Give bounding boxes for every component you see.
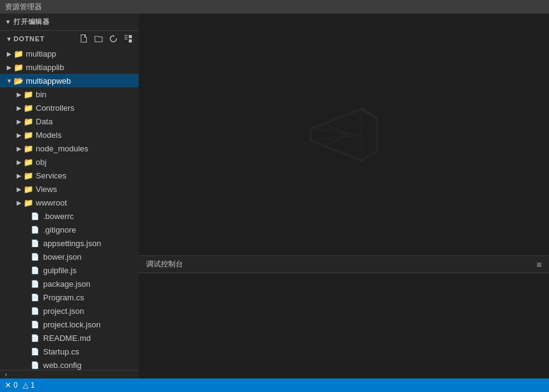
tree-item-gitignore[interactable]: ▶ 📄 .gitignore (0, 223, 139, 236)
sidebar-scroll-bottom: › (0, 370, 139, 378)
collapse-all-button[interactable] (123, 33, 134, 44)
tree-item-startup[interactable]: ▶ 📄 Startup.cs (0, 345, 139, 358)
refresh-button[interactable] (108, 33, 119, 44)
file-icon: 📄 (31, 361, 41, 369)
warning-count: 1 (31, 381, 35, 390)
tree-item-obj[interactable]: ▶ 📁 obj (0, 155, 139, 169)
caret-icon: ▶ (15, 132, 23, 138)
file-tree: ▶ 📁 multiapp ▶ 📁 multiapplib ▼ 📂 multiap… (0, 47, 139, 370)
tree-label: obj (36, 158, 46, 167)
svg-rect-6 (84, 35, 85, 37)
tree-item-package[interactable]: ▶ 📄 package.json (0, 277, 139, 290)
caret-icon: ▶ (15, 199, 23, 206)
svg-rect-1 (85, 34, 86, 37)
tree-label: Controllers (36, 103, 75, 113)
tree-item-models[interactable]: ▶ 📁 Models (0, 128, 139, 142)
svg-rect-9 (124, 39, 128, 39)
tree-label: Data (36, 117, 52, 126)
tree-item-controllers[interactable]: ▶ 📁 Controllers (0, 101, 139, 114)
svg-rect-11 (129, 39, 132, 42)
tree-label: Program.cs (43, 293, 84, 302)
status-warnings[interactable]: △ 1 (23, 381, 35, 390)
tree-label: .gitignore (43, 225, 76, 234)
debug-menu-icon[interactable]: ≡ (537, 260, 542, 270)
open-editor-caret: ▼ (5, 18, 11, 25)
tree-item-webconfig[interactable]: ▶ 📄 web.config (0, 358, 139, 370)
svg-rect-8 (124, 37, 128, 38)
file-icon: 📄 (31, 239, 41, 247)
tree-item-program[interactable]: ▶ 📄 Program.cs (0, 290, 139, 304)
tree-item-bowerrc[interactable]: ▶ 📄 .bowerrc (0, 209, 139, 223)
caret-icon: ▶ (15, 91, 23, 98)
status-bar: ✕ 0 △ 1 (0, 378, 549, 392)
tree-item-multiapplib[interactable]: ▶ 📁 multiapplib (0, 60, 139, 74)
folder-icon: 📁 (23, 171, 33, 180)
dotnet-caret: ▼ (5, 36, 14, 42)
tree-label: bin (36, 90, 46, 99)
caret-icon: ▶ (5, 50, 14, 57)
tree-label: web.config (43, 361, 81, 370)
file-icon: 📄 (31, 280, 41, 288)
folder-icon: 📁 (23, 144, 33, 153)
dotnet-section-header: ▼ DOTNET (0, 30, 139, 47)
tree-label: README.md (43, 334, 91, 343)
file-icon: 📄 (31, 226, 41, 234)
vscode-logo (307, 98, 381, 172)
open-editor-section[interactable]: ▼ 打开编辑器 (0, 14, 139, 30)
status-errors[interactable]: ✕ 0 (5, 381, 18, 390)
tree-item-projectlock[interactable]: ▶ 📄 project.lock.json (0, 318, 139, 331)
folder-icon: 📁 (23, 185, 33, 194)
debug-panel-header: 调试控制台 ≡ (139, 256, 549, 273)
caret-icon: ▶ (15, 105, 23, 111)
content-area: 调试控制台 ≡ (139, 14, 549, 378)
caret-icon: ▶ (15, 118, 23, 125)
debug-panel-title: 调试控制台 (146, 259, 183, 270)
folder-icon: 📁 (23, 103, 33, 113)
folder-icon: 📁 (23, 117, 33, 126)
scroll-right-arrow[interactable]: › (2, 371, 9, 378)
tree-label: Startup.cs (43, 347, 79, 356)
new-folder-button[interactable] (93, 33, 104, 44)
folder-icon: 📁 (23, 158, 33, 167)
svg-rect-5 (84, 37, 87, 38)
tree-item-appsettings[interactable]: ▶ 📄 appsettings.json (0, 236, 139, 250)
new-file-button[interactable] (78, 33, 89, 44)
tree-item-gulpfile[interactable]: ▶ 📄 gulpfile.js (0, 263, 139, 277)
svg-rect-3 (81, 42, 87, 42)
file-icon: 📄 (31, 294, 41, 302)
dotnet-toolbar (78, 33, 134, 44)
tree-item-node-modules[interactable]: ▶ 📁 node_modules (0, 142, 139, 155)
tree-label: multiapp (26, 49, 56, 58)
svg-rect-4 (86, 37, 87, 42)
tree-label: bower.json (43, 252, 81, 262)
debug-panel-icons: ≡ (537, 260, 542, 270)
error-icon: ✕ (5, 381, 11, 390)
tree-label: Services (36, 171, 67, 180)
svg-rect-10 (129, 35, 132, 38)
tree-item-wwwroot[interactable]: ▶ 📁 wwwroot (0, 196, 139, 209)
tree-item-readme[interactable]: ▶ 📄 README.md (0, 331, 139, 345)
tree-label: wwwroot (36, 198, 67, 207)
tree-label: appsettings.json (43, 239, 101, 248)
tree-item-multiapp[interactable]: ▶ 📁 multiapp (0, 47, 139, 60)
file-icon: 📄 (31, 348, 41, 356)
debug-content-area (139, 273, 549, 378)
tree-label: Views (36, 185, 57, 194)
caret-icon: ▶ (5, 64, 14, 71)
tree-item-data[interactable]: ▶ 📁 Data (0, 114, 139, 128)
dotnet-label: DOTNET (14, 35, 78, 42)
folder-open-icon: 📂 (14, 76, 23, 86)
tree-item-bin[interactable]: ▶ 📁 bin (0, 87, 139, 101)
caret-icon: ▼ (5, 78, 14, 84)
tree-item-services[interactable]: ▶ 📁 Services (0, 169, 139, 182)
title-bar-label: 资源管理器 (5, 2, 42, 12)
tree-item-projectjson[interactable]: ▶ 📄 project.json (0, 304, 139, 318)
folder-icon: 📁 (14, 63, 23, 72)
tree-item-views[interactable]: ▶ 📁 Views (0, 182, 139, 196)
file-icon: 📄 (31, 321, 41, 329)
tree-label: project.lock.json (43, 320, 100, 329)
tree-item-multiappweb[interactable]: ▼ 📂 multiappweb (0, 74, 139, 87)
tree-label: Models (36, 130, 62, 140)
tree-item-bower[interactable]: ▶ 📄 bower.json (0, 250, 139, 263)
folder-icon: 📁 (23, 130, 33, 140)
